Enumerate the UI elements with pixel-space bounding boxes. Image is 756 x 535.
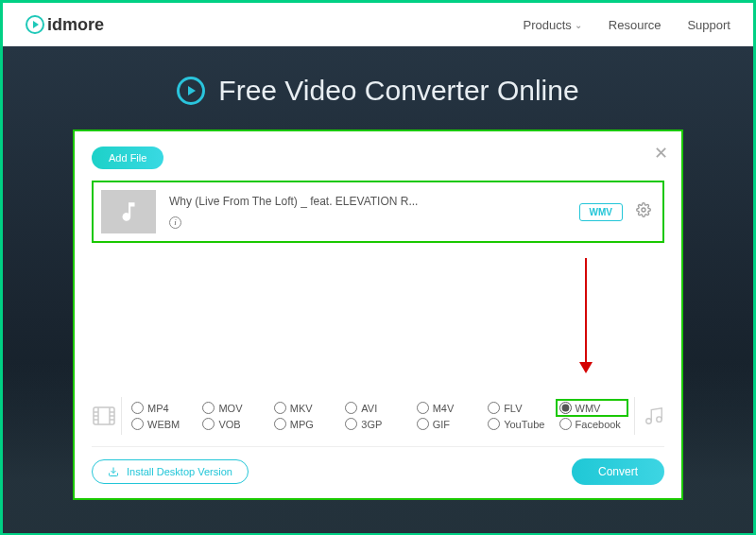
- bottom-bar: Install Desktop Version Convert: [92, 446, 664, 485]
- format-option-webm[interactable]: WEBM: [131, 418, 197, 430]
- format-label: WMV: [576, 403, 601, 414]
- format-option-gif[interactable]: GIF: [417, 418, 482, 430]
- header: idmore Products ⌄ Resource Support: [3, 3, 753, 46]
- file-info: Why (Live From The Loft) _ feat. ELEVATI…: [169, 195, 566, 229]
- page-title-text: Free Video Converter Online: [218, 75, 578, 107]
- converter-modal-highlight: ✕ Add File Why (Live From The Loft) _ fe…: [73, 129, 683, 500]
- format-label: M4V: [433, 403, 455, 414]
- page-title: Free Video Converter Online: [177, 75, 578, 107]
- nav-support[interactable]: Support: [687, 18, 730, 32]
- format-option-facebook[interactable]: Facebook: [559, 418, 625, 430]
- nav-resource[interactable]: Resource: [609, 18, 662, 32]
- format-options: MP4MOVMKVAVIM4VFLVWMVWEBMVOBMPG3GPGIFYou…: [131, 402, 625, 430]
- format-radio[interactable]: [488, 402, 500, 414]
- format-option-wmv[interactable]: WMV: [556, 399, 628, 417]
- svg-point-12: [656, 417, 662, 423]
- format-label: WEBM: [147, 419, 180, 430]
- format-radio[interactable]: [345, 418, 357, 430]
- format-option-flv[interactable]: FLV: [488, 402, 553, 414]
- format-label: MP4: [147, 403, 169, 414]
- nav-resource-label: Resource: [609, 18, 662, 32]
- install-desktop-button[interactable]: Install Desktop Version: [92, 459, 249, 484]
- download-icon: [108, 466, 119, 477]
- add-file-button[interactable]: Add File: [92, 147, 163, 169]
- format-radio[interactable]: [559, 418, 572, 430]
- logo-text: idmore: [47, 15, 104, 35]
- annotation-arrow: [585, 258, 587, 371]
- logo[interactable]: idmore: [26, 15, 104, 35]
- gear-icon[interactable]: [636, 202, 651, 221]
- format-label: MOV: [218, 403, 242, 414]
- format-option-3gp[interactable]: 3GP: [345, 418, 410, 430]
- format-label: GIF: [433, 419, 450, 430]
- format-radio[interactable]: [131, 402, 144, 414]
- format-label: YouTube: [504, 419, 544, 430]
- format-label: 3GP: [361, 419, 382, 430]
- logo-play-icon: [26, 15, 44, 34]
- format-radio[interactable]: [417, 402, 429, 414]
- format-radio[interactable]: [559, 402, 572, 414]
- format-option-vob[interactable]: VOB: [202, 418, 267, 430]
- format-section: MP4MOVMKVAVIM4VFLVWMVWEBMVOBMPG3GPGIFYou…: [92, 388, 664, 437]
- video-format-icon[interactable]: [92, 397, 122, 435]
- format-radio[interactable]: [417, 418, 429, 430]
- convert-button[interactable]: Convert: [572, 458, 664, 485]
- play-circle-icon: [177, 77, 205, 105]
- format-radio[interactable]: [274, 402, 286, 414]
- music-note-icon: [116, 199, 141, 224]
- install-label: Install Desktop Version: [127, 466, 232, 477]
- main-nav: Products ⌄ Resource Support: [524, 18, 731, 32]
- format-label: Facebook: [576, 419, 621, 430]
- format-option-youtube[interactable]: YouTube: [488, 418, 553, 430]
- format-option-mkv[interactable]: MKV: [274, 402, 339, 414]
- converter-modal: ✕ Add File Why (Live From The Loft) _ fe…: [75, 131, 681, 498]
- nav-products[interactable]: Products ⌄: [524, 18, 582, 32]
- hero: Free Video Converter Online ✕ Add File W…: [3, 46, 753, 533]
- svg-point-1: [642, 208, 645, 212]
- format-option-mov[interactable]: MOV: [202, 402, 267, 414]
- format-radio[interactable]: [488, 418, 500, 430]
- file-item: Why (Live From The Loft) _ feat. ELEVATI…: [92, 181, 664, 243]
- format-option-m4v[interactable]: M4V: [417, 402, 482, 414]
- format-radio[interactable]: [202, 402, 215, 414]
- format-label: MKV: [290, 403, 313, 414]
- format-option-mpg[interactable]: MPG: [274, 418, 339, 430]
- nav-products-label: Products: [524, 18, 572, 32]
- format-option-avi[interactable]: AVI: [345, 402, 410, 414]
- format-radio[interactable]: [131, 418, 144, 430]
- file-name: Why (Live From The Loft) _ feat. ELEVATI…: [169, 195, 566, 208]
- format-label: FLV: [504, 403, 522, 414]
- format-radio[interactable]: [274, 418, 286, 430]
- format-badge[interactable]: WMV: [579, 203, 623, 221]
- format-radio[interactable]: [345, 402, 357, 414]
- format-label: AVI: [361, 403, 377, 414]
- audio-format-icon[interactable]: [634, 397, 664, 435]
- format-label: MPG: [290, 419, 314, 430]
- chevron-down-icon: ⌄: [575, 20, 582, 30]
- file-thumbnail: [101, 190, 156, 233]
- nav-support-label: Support: [687, 18, 730, 32]
- svg-point-11: [645, 419, 651, 424]
- info-icon[interactable]: i: [169, 216, 181, 229]
- format-label: VOB: [218, 419, 240, 430]
- close-icon[interactable]: ✕: [654, 143, 668, 164]
- format-option-mp4[interactable]: MP4: [131, 402, 197, 414]
- format-radio[interactable]: [202, 418, 215, 430]
